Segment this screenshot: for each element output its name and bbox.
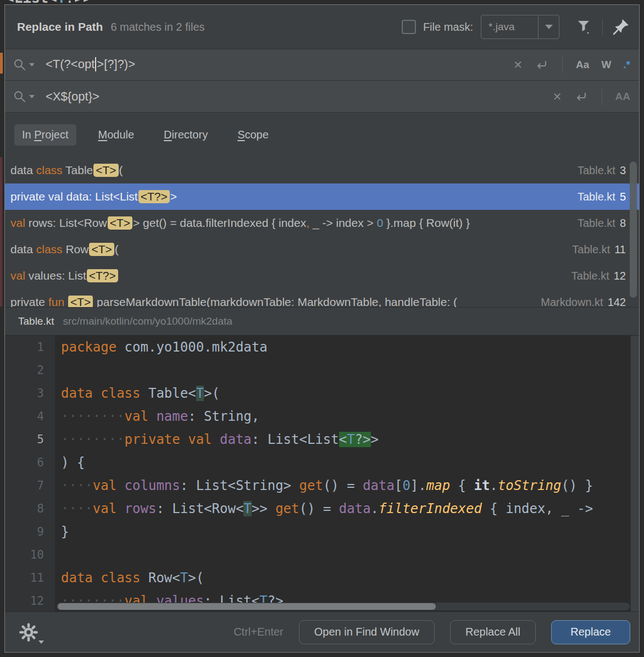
- editor-lines: 1package com.yo1000.mk2data23data class …: [5, 336, 639, 611]
- code-segment: >: [170, 190, 177, 203]
- shortcut-hint: Ctrl+Enter: [234, 626, 284, 638]
- whole-words-toggle[interactable]: W: [601, 59, 611, 71]
- code-segment: com.yo1000.mk2data: [116, 339, 268, 355]
- code-segment: class: [36, 164, 65, 176]
- replace-button[interactable]: Replace: [551, 620, 630, 644]
- settings-button[interactable]: [18, 622, 39, 643]
- preserve-case-toggle[interactable]: AA: [615, 91, 630, 103]
- result-file-name: Table.kt: [578, 164, 615, 176]
- code-text: [55, 359, 639, 382]
- editor-vertical-scrollbar[interactable]: [630, 336, 639, 611]
- result-row[interactable]: private val data: List<List<T?>>Table.kt…: [5, 183, 639, 210]
- scope-tab-directory[interactable]: Directory: [156, 124, 215, 146]
- result-text: data class Table<T>(: [10, 164, 569, 177]
- code-text: ····val rows: List<Row<T>> get() = data.…: [55, 497, 639, 520]
- scope-tabs: In ProjectModuleDirectoryScope: [5, 113, 639, 157]
- code-segment: val: [10, 216, 25, 229]
- code-segment: private: [10, 296, 48, 307]
- file-mask-dropdown-arrow[interactable]: [538, 15, 559, 38]
- code-text: data class Row<T>(: [55, 566, 639, 589]
- code-segment: }.map { Row(it) }: [383, 216, 470, 229]
- clear-search-button[interactable]: ✕: [513, 58, 523, 71]
- code-text: }: [55, 520, 639, 543]
- line-number: 6: [5, 451, 55, 474]
- filter-options-button[interactable]: [576, 18, 592, 36]
- background-editor-code: <List<T?>>: [0, 0, 644, 4]
- result-file-ref: Table.kt3: [578, 164, 626, 177]
- replace-all-button[interactable]: Replace All: [450, 620, 536, 644]
- search-field[interactable]: <T(?<opt>[?]?)> ✕ Aa W .*: [5, 49, 639, 81]
- search-input[interactable]: <T(?<opt>[?]?)>: [46, 57, 135, 73]
- search-icon: [13, 90, 27, 104]
- dialog-header: Replace in Path 6 matches in 2 files Fil…: [5, 5, 639, 49]
- editor-horizontal-scrollbar-thumb[interactable]: [58, 603, 436, 610]
- code-segment: { index, _ ->: [482, 501, 593, 516]
- code-segment: values: List: [25, 269, 86, 282]
- match-highlight: <T?>: [138, 190, 170, 203]
- clear-replace-button[interactable]: ✕: [553, 90, 562, 103]
- code-segment: private val: [125, 432, 212, 447]
- result-line-number: 8: [620, 217, 626, 229]
- match-highlight: <T>: [89, 243, 114, 256]
- code-segment: data: [339, 501, 371, 516]
- code-segment: 0: [402, 478, 410, 493]
- match-highlight: T: [243, 501, 251, 516]
- scope-tab-scope[interactable]: Scope: [230, 124, 276, 146]
- replace-input[interactable]: <X${opt}>: [46, 90, 99, 104]
- code-line: 1package com.yo1000.mk2data: [5, 336, 639, 359]
- file-mask-label: File mask:: [423, 21, 473, 34]
- results-scrollbar[interactable]: [630, 162, 637, 298]
- scope-tab-in-project[interactable]: In Project: [14, 124, 76, 146]
- code-segment: val: [125, 409, 148, 424]
- replace-field[interactable]: <X${opt}> ✕ AA: [5, 81, 639, 113]
- result-row[interactable]: data class Row<T>(Table.kt11: [5, 236, 639, 263]
- field-divider: [562, 57, 563, 73]
- search-history-button[interactable]: [13, 58, 35, 72]
- result-row[interactable]: data class Table<T>(Table.kt3: [5, 157, 639, 183]
- result-row[interactable]: private fun <T> parseMarkdownTable(markd…: [5, 289, 639, 307]
- match-case-toggle[interactable]: Aa: [576, 59, 589, 71]
- regex-toggle[interactable]: .*: [623, 59, 630, 71]
- match-highlight: ?>: [355, 432, 371, 447]
- file-mask-checkbox[interactable]: [402, 20, 416, 34]
- result-row[interactable]: val values: List<T?>Table.kt12: [5, 263, 639, 289]
- result-row[interactable]: val rows: List<Row<T>> get() = data.filt…: [5, 210, 639, 236]
- code-line: 7····val columns: List<String> get() = d…: [5, 474, 639, 497]
- code-segment: >: [371, 432, 379, 447]
- line-number: 3: [5, 382, 55, 405]
- code-segment: data: [10, 164, 36, 176]
- results-list: data class Table<T>(Table.kt3private val…: [5, 157, 639, 307]
- code-segment: ].: [410, 478, 426, 493]
- insert-newline-icon[interactable]: [535, 58, 549, 72]
- code-segment: ····: [61, 501, 93, 516]
- match-highlight: <: [339, 432, 347, 447]
- line-number: 2: [5, 359, 55, 382]
- background-gutter-mark: [0, 53, 3, 74]
- code-line: 4········val name: String,: [5, 405, 639, 428]
- code-segment: > get() = data.filterIndexed { index: [133, 216, 306, 229]
- code-segment: data class: [61, 570, 141, 586]
- code-segment: columns: [125, 478, 180, 493]
- replace-in-path-dialog: Replace in Path 6 matches in 2 files Fil…: [4, 4, 640, 653]
- code-segment: Row<: [141, 570, 180, 586]
- file-mask-combobox[interactable]: *.java: [481, 15, 559, 39]
- code-segment: private val data: List<List: [10, 190, 138, 203]
- code-segment: .: [490, 478, 497, 493]
- replace-history-button[interactable]: [13, 90, 35, 104]
- pin-dialog-button[interactable]: [612, 18, 630, 36]
- result-file-ref: Markdown.kt142: [541, 296, 626, 308]
- code-segment: () }: [561, 478, 593, 493]
- insert-newline-icon[interactable]: [574, 90, 589, 104]
- result-file-name: Table.kt: [571, 270, 609, 282]
- chevron-down-icon: [29, 63, 35, 66]
- code-preview-editor[interactable]: 1package com.yo1000.mk2data23data class …: [5, 336, 639, 611]
- code-line: 9}: [5, 520, 639, 543]
- result-line-number: 3: [620, 164, 626, 176]
- pin-icon: [612, 18, 630, 36]
- code-segment: val: [93, 478, 116, 493]
- editor-horizontal-scrollbar[interactable]: [57, 603, 630, 610]
- code-segment: }: [61, 524, 69, 539]
- code-segment: get: [299, 478, 323, 493]
- open-in-find-window-button[interactable]: Open in Find Window: [299, 620, 435, 644]
- scope-tab-module[interactable]: Module: [91, 124, 142, 146]
